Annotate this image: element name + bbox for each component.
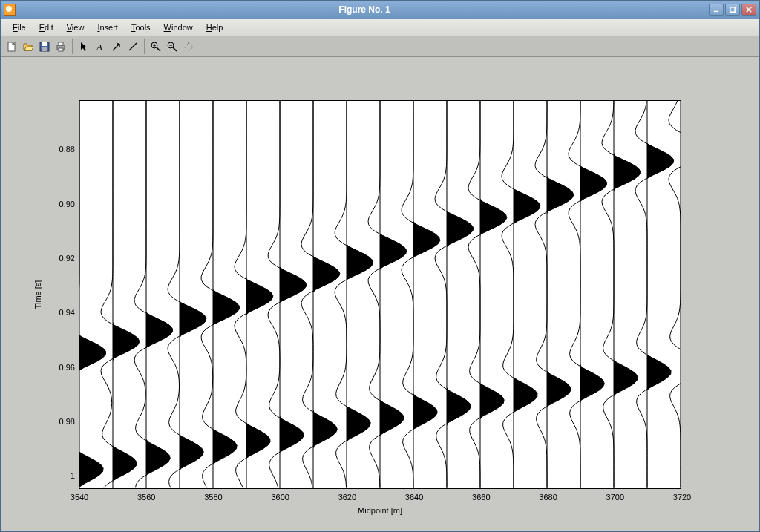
x-tick-label: 3580 [204, 488, 222, 502]
svg-rect-6 [59, 42, 63, 45]
axes[interactable]: Time [s] Midpoint [m] 0.880.900.920.940.… [79, 100, 681, 489]
y-tick-label: 0.98 [59, 417, 79, 426]
y-tick-label: 0.88 [59, 145, 79, 154]
svg-text:A: A [96, 42, 102, 53]
y-tick-label: 1 [71, 471, 79, 480]
matlab-icon [4, 4, 16, 16]
svg-rect-4 [42, 47, 47, 51]
y-tick-label: 0.96 [59, 363, 79, 372]
y-axis-label: Time [s] [33, 280, 42, 309]
window-title: Figure No. 1 [20, 4, 709, 15]
rotate-button[interactable] [180, 39, 197, 55]
arrow-button[interactable] [108, 39, 125, 55]
line-button[interactable] [125, 39, 141, 55]
menu-window[interactable]: Window [158, 22, 199, 33]
svg-rect-0 [730, 7, 735, 12]
svg-rect-3 [42, 42, 48, 46]
toolbar-separator [144, 39, 145, 54]
app-window: Figure No. 1 File Edit View Insert Tools… [0, 0, 760, 532]
y-tick-label: 0.90 [59, 200, 79, 208]
save-button[interactable] [36, 39, 53, 55]
y-tick-label: 0.92 [59, 254, 79, 263]
figure-area: Time [s] Midpoint [m] 0.880.900.920.940.… [1, 57, 759, 531]
toolbar-separator [72, 39, 73, 54]
zoom-in-button[interactable] [148, 39, 164, 55]
wiggle-plot [79, 101, 681, 488]
zoom-out-button[interactable] [164, 39, 180, 55]
menu-tools[interactable]: Tools [125, 22, 157, 33]
new-figure-button[interactable] [4, 39, 20, 55]
open-button[interactable] [20, 39, 36, 55]
text-button[interactable]: A [92, 39, 108, 55]
toolbar: A [1, 36, 759, 57]
maximize-button[interactable] [725, 4, 740, 16]
x-tick-label: 3560 [137, 488, 155, 502]
svg-rect-7 [59, 48, 63, 51]
x-tick-label: 3660 [472, 488, 490, 502]
x-tick-label: 3700 [606, 488, 624, 502]
print-button[interactable] [53, 39, 69, 55]
pointer-button[interactable] [76, 39, 92, 55]
y-tick-label: 0.94 [59, 308, 79, 317]
x-tick-label: 3640 [405, 488, 423, 502]
menu-view[interactable]: View [61, 22, 91, 33]
titlebar[interactable]: Figure No. 1 [1, 1, 759, 19]
close-button[interactable] [741, 4, 756, 16]
x-tick-label: 3620 [338, 488, 356, 502]
x-tick-label: 3680 [539, 488, 557, 502]
menu-edit[interactable]: Edit [33, 22, 59, 33]
menu-file[interactable]: File [7, 22, 32, 33]
x-axis-label: Midpoint [m] [358, 506, 402, 515]
x-tick-label: 3600 [271, 488, 289, 502]
x-tick-label: 3540 [71, 488, 88, 502]
x-tick-label: 3720 [673, 488, 691, 502]
menubar: File Edit View Insert Tools Window Help [1, 19, 759, 36]
menu-insert[interactable]: Insert [91, 22, 124, 33]
menu-help[interactable]: Help [200, 22, 229, 33]
minimize-button[interactable] [709, 4, 724, 16]
